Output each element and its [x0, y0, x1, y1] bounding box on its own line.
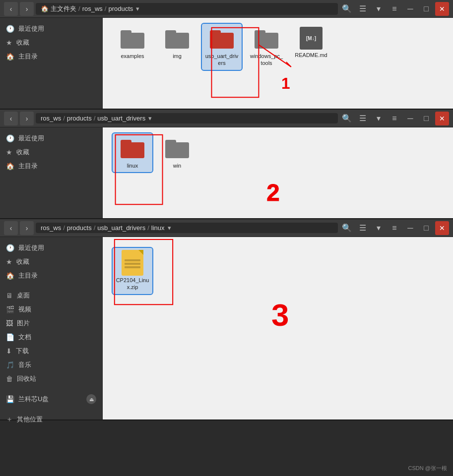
home-icon-2: 🏠 — [6, 162, 14, 170]
sidebar2-recent-label: 最近使用 — [18, 134, 44, 143]
panel2-crumb-products[interactable]: products — [67, 115, 92, 122]
sidebar3-documents-label: 文档 — [18, 333, 31, 342]
sidebar3-downloads[interactable]: ⬇ 下载 — [0, 344, 102, 358]
panel3-close-btn[interactable]: ✕ — [435, 221, 449, 235]
file-usb-uart[interactable]: usb_uart_drivers — [202, 24, 242, 70]
usb-uart-folder-icon — [210, 27, 234, 51]
sidebar3-recent[interactable]: 🕐 最近使用 — [0, 241, 102, 255]
panel3-search-btn[interactable]: 🔍 — [340, 221, 354, 235]
panel2-search-btn[interactable]: 🔍 — [340, 112, 354, 125]
eject-btn[interactable]: ⏏ — [86, 394, 96, 404]
file-windows[interactable]: windows_pc_tools — [247, 24, 286, 70]
close-btn[interactable]: ✕ — [435, 2, 449, 16]
breadcrumb-rosws[interactable]: ros_ws — [82, 5, 103, 12]
sidebar2-recent[interactable]: 🕐 最近使用 — [0, 131, 102, 145]
sidebar3-documents[interactable]: 📄 文档 — [0, 330, 102, 344]
home-icon: 🏠 — [41, 5, 49, 12]
file-win[interactable]: win — [157, 133, 197, 172]
file-img[interactable]: img — [157, 24, 197, 70]
sidebar-recent[interactable]: 🕐 最近使用 — [0, 22, 102, 36]
file-cp2104-zip[interactable]: CP2104_Linux.zip — [113, 248, 152, 294]
panel3-crumb-rosws[interactable]: ros_ws — [41, 224, 61, 232]
cp2104-label: CP2104_Linux.zip — [116, 277, 149, 291]
sidebar3-usb[interactable]: 💾 兰科芯U盘 ⏏ — [0, 392, 102, 407]
panel3-view-dropdown-btn[interactable]: ▾ — [372, 221, 386, 235]
sidebar3-pictures[interactable]: 🖼 图片 — [0, 316, 102, 330]
panel3-forward-btn[interactable]: › — [20, 221, 34, 235]
svg-text:2: 2 — [266, 179, 279, 206]
panel2-view-dropdown-btn[interactable]: ▾ — [372, 112, 386, 125]
sidebar2-favorites[interactable]: ★ 收藏 — [0, 145, 102, 159]
panel3-maximize-btn[interactable]: □ — [419, 221, 433, 235]
panel2-close-btn[interactable]: ✕ — [435, 112, 449, 125]
sidebar3-music[interactable]: 🎵 音乐 — [0, 358, 102, 372]
panel2-nav: ‹ › ros_ws / products / usb_uart_drivers… — [0, 110, 453, 127]
search-btn[interactable]: 🔍 — [340, 2, 354, 16]
panel3-minimize-btn[interactable]: ─ — [403, 221, 417, 235]
panel2-menu-btn[interactable]: ≡ — [388, 112, 401, 125]
panel2-crumb-rosws[interactable]: ros_ws — [41, 115, 61, 122]
panel3-crumb-linux[interactable]: linux — [151, 224, 165, 232]
readme-icon: [M↓] — [300, 27, 323, 50]
svg-text:3: 3 — [271, 297, 289, 332]
breadcrumb-dropdown-icon[interactable]: ▾ — [136, 5, 139, 12]
sidebar-favorites[interactable]: ★ 收藏 — [0, 36, 102, 50]
breadcrumb-home[interactable]: 主文件夹 — [51, 4, 76, 13]
windows-label: windows_pc_tools — [250, 53, 283, 67]
panel2-forward-btn[interactable]: › — [20, 112, 34, 125]
windows-folder-icon — [255, 27, 278, 51]
sidebar3-favorites[interactable]: ★ 收藏 — [0, 255, 102, 269]
panel3-menu-btn[interactable]: ≡ — [388, 221, 401, 235]
music-icon: 🎵 — [6, 361, 14, 369]
annotation-2: 2 — [103, 127, 453, 218]
sidebar-home[interactable]: 🏠 主目录 — [0, 50, 102, 63]
panel2-dropdown-icon[interactable]: ▾ — [148, 115, 152, 122]
panel2-crumb-usb[interactable]: usb_uart_drivers — [97, 115, 145, 122]
sidebar3-other[interactable]: ＋ 其他位置 — [0, 413, 102, 426]
panel3-crumb-products[interactable]: products — [67, 224, 92, 232]
sidebar3-desktop-label: 桌面 — [17, 291, 30, 300]
file-examples[interactable]: examples — [113, 24, 152, 70]
sidebar3-music-label: 音乐 — [18, 360, 31, 369]
view-btn[interactable]: ☰ — [356, 2, 370, 16]
sidebar2-home[interactable]: 🏠 主目录 — [0, 159, 102, 173]
content-panel1: examples img usb_uart_drivers windows_pc… — [103, 18, 453, 109]
sidebar-panel3: 🕐 最近使用 ★ 收藏 🏠 主目录 🖥 桌面 🎬 视频 🖼 图片 📄 文档 — [0, 237, 103, 419]
svg-line-2 — [286, 62, 291, 67]
annotation-3: 3 — [103, 237, 453, 419]
menu-btn[interactable]: ≡ — [388, 2, 401, 16]
minimize-btn[interactable]: ─ — [403, 2, 417, 16]
sidebar3-trash[interactable]: 🗑 回收站 — [0, 372, 102, 386]
panel2-back-btn[interactable]: ‹ — [4, 112, 18, 125]
recent-icon: 🕐 — [6, 25, 14, 33]
maximize-btn[interactable]: □ — [419, 2, 433, 16]
win-label: win — [173, 162, 182, 169]
sidebar3-other-label: 其他位置 — [17, 415, 43, 424]
panel3-dropdown-icon[interactable]: ▾ — [168, 224, 171, 232]
file-linux[interactable]: linux — [113, 133, 152, 172]
sidebar3-home[interactable]: 🏠 主目录 — [0, 269, 102, 283]
nav-forward-btn[interactable]: › — [20, 2, 34, 16]
zip-icon-visual — [122, 250, 143, 276]
breadcrumb-products[interactable]: products — [108, 5, 133, 12]
panel2-maximize-btn[interactable]: □ — [419, 112, 433, 125]
sidebar-panel1: 🕐 最近使用 ★ 收藏 🏠 主目录 — [0, 18, 103, 109]
panel1: 🕐 最近使用 ★ 收藏 🏠 主目录 examples — [0, 18, 453, 110]
main-title-bar: ‹ › 🏠 主文件夹 / ros_ws / products ▾ 🔍 ☰ ▾ ≡… — [0, 0, 453, 18]
view-dropdown-btn[interactable]: ▾ — [372, 2, 386, 16]
sidebar3-favorites-label: 收藏 — [16, 257, 29, 266]
linux-folder-icon — [121, 136, 144, 160]
panel3-back-btn[interactable]: ‹ — [4, 221, 18, 235]
sidebar3-desktop[interactable]: 🖥 桌面 — [0, 289, 102, 302]
watermark: CSDN @张一根 — [408, 465, 447, 472]
panel3-view-btn[interactable]: ☰ — [356, 221, 370, 235]
panel2-minimize-btn[interactable]: ─ — [403, 112, 417, 125]
content-panel2: linux win 2 — [103, 127, 453, 218]
panel2-breadcrumb: ros_ws / products / usb_uart_drivers ▾ — [36, 113, 338, 123]
file-readme[interactable]: [M↓] README.md — [291, 24, 331, 70]
other-icon: ＋ — [6, 415, 13, 424]
nav-back-btn[interactable]: ‹ — [4, 2, 18, 16]
panel2-view-btn[interactable]: ☰ — [356, 112, 370, 125]
panel3-crumb-usb[interactable]: usb_uart_drivers — [97, 224, 145, 232]
sidebar3-video[interactable]: 🎬 视频 — [0, 302, 102, 316]
